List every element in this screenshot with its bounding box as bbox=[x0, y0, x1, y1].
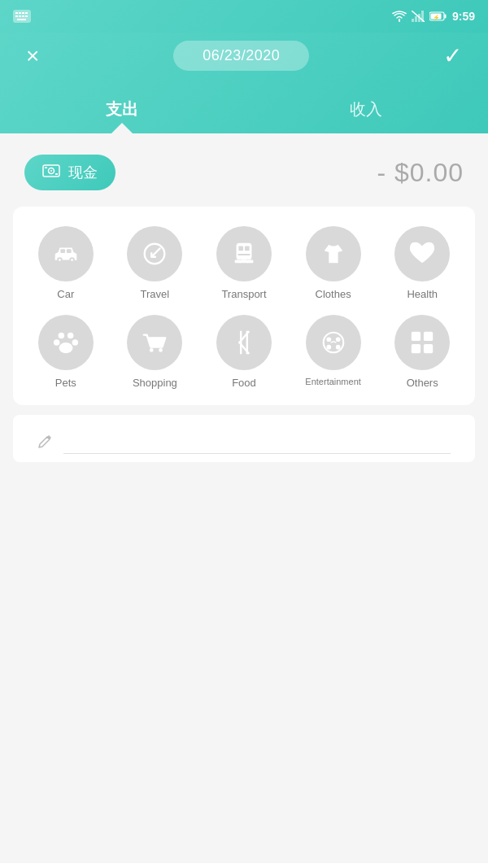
status-bar-left bbox=[13, 10, 31, 23]
others-icon-circle bbox=[394, 315, 450, 370]
amount-row: 现金 - $0.00 bbox=[0, 133, 488, 207]
amount-prefix: - $ bbox=[377, 158, 409, 187]
svg-rect-28 bbox=[60, 249, 65, 253]
main-content: 现金 - $0.00 bbox=[0, 133, 488, 863]
battery-icon: ⚡ bbox=[429, 11, 447, 21]
clothes-icon bbox=[320, 240, 347, 268]
food-icon-circle bbox=[216, 315, 272, 370]
category-car[interactable]: Car bbox=[21, 226, 111, 300]
amount-display: - $0.00 bbox=[377, 158, 464, 188]
category-clothes[interactable]: Clothes bbox=[289, 226, 378, 300]
svg-rect-29 bbox=[67, 249, 72, 253]
health-icon bbox=[408, 240, 436, 268]
svg-rect-8 bbox=[25, 15, 28, 17]
svg-point-52 bbox=[326, 345, 331, 350]
svg-point-49 bbox=[323, 333, 343, 353]
svg-point-51 bbox=[335, 337, 340, 342]
svg-rect-6 bbox=[19, 15, 21, 17]
svg-rect-4 bbox=[25, 12, 28, 14]
svg-point-53 bbox=[335, 345, 340, 350]
svg-rect-54 bbox=[412, 332, 420, 341]
wifi-icon bbox=[392, 11, 407, 22]
note-input-line[interactable] bbox=[63, 431, 451, 454]
tab-bar: 支出 收入 bbox=[0, 87, 488, 133]
category-health[interactable]: Health bbox=[377, 226, 467, 300]
svg-rect-5 bbox=[15, 15, 18, 17]
svg-point-44 bbox=[159, 348, 163, 352]
category-others[interactable]: Others bbox=[377, 315, 467, 389]
svg-rect-16 bbox=[444, 15, 446, 19]
edit-icon bbox=[37, 433, 54, 453]
header: × 06/23/2020 ✓ 支出 收入 bbox=[0, 33, 488, 133]
bottom-area bbox=[0, 462, 488, 787]
svg-point-21 bbox=[50, 170, 52, 172]
category-shopping[interactable]: Shopping bbox=[111, 315, 200, 389]
travel-icon-circle bbox=[127, 226, 182, 281]
pets-icon-circle bbox=[38, 315, 94, 370]
category-section: Car Travel bbox=[13, 207, 475, 405]
svg-rect-56 bbox=[412, 344, 420, 353]
category-pets[interactable]: Pets bbox=[21, 315, 111, 389]
pencil-icon bbox=[37, 433, 54, 449]
category-grid: Car Travel bbox=[21, 226, 467, 389]
tab-income[interactable]: 收入 bbox=[244, 87, 488, 133]
svg-rect-11 bbox=[415, 16, 417, 22]
svg-rect-34 bbox=[237, 254, 250, 255]
travel-label: Travel bbox=[141, 288, 170, 300]
shopping-label: Shopping bbox=[133, 377, 177, 389]
entertainment-icon-circle bbox=[306, 315, 361, 370]
svg-rect-2 bbox=[19, 12, 21, 14]
car-label: Car bbox=[57, 288, 74, 300]
svg-rect-37 bbox=[235, 260, 254, 264]
svg-point-42 bbox=[59, 342, 72, 353]
confirm-button[interactable]: ✓ bbox=[443, 45, 462, 68]
transport-label: Transport bbox=[221, 288, 266, 300]
shopping-icon bbox=[141, 329, 168, 356]
svg-point-27 bbox=[71, 259, 73, 261]
travel-icon bbox=[141, 240, 168, 268]
payment-label: 现金 bbox=[68, 163, 98, 182]
payment-method-button[interactable]: 现金 bbox=[24, 155, 115, 190]
signal-icon bbox=[412, 11, 425, 22]
transport-icon-circle bbox=[216, 226, 272, 281]
svg-point-25 bbox=[59, 259, 61, 261]
category-transport[interactable]: Transport bbox=[199, 226, 289, 300]
status-bar: ⚡ 9:59 bbox=[0, 0, 488, 33]
others-label: Others bbox=[407, 377, 438, 389]
amount-value: 0.00 bbox=[410, 158, 464, 187]
svg-rect-7 bbox=[22, 15, 24, 17]
food-label: Food bbox=[232, 377, 256, 389]
status-bar-right: ⚡ 9:59 bbox=[392, 10, 475, 23]
svg-rect-32 bbox=[238, 246, 243, 251]
entertainment-icon bbox=[320, 329, 347, 356]
svg-point-43 bbox=[150, 348, 154, 352]
shopping-icon-circle bbox=[127, 315, 182, 370]
clothes-icon-circle bbox=[306, 226, 361, 281]
category-travel[interactable]: Travel bbox=[111, 226, 200, 300]
keyboard-icon bbox=[13, 10, 31, 23]
cash-icon bbox=[42, 164, 60, 182]
health-icon-circle bbox=[394, 226, 450, 281]
transport-icon bbox=[230, 240, 258, 268]
tab-expense[interactable]: 支出 bbox=[0, 87, 244, 133]
entertainment-label: Entertainment bbox=[305, 377, 360, 386]
svg-rect-1 bbox=[15, 12, 18, 14]
svg-point-50 bbox=[326, 337, 331, 342]
svg-point-41 bbox=[72, 339, 78, 346]
svg-rect-57 bbox=[424, 344, 433, 353]
header-top: × 06/23/2020 ✓ bbox=[0, 41, 488, 71]
car-icon-circle bbox=[38, 226, 94, 281]
car-icon bbox=[52, 240, 80, 268]
category-food[interactable]: Food bbox=[199, 315, 289, 389]
close-button[interactable]: × bbox=[26, 45, 39, 68]
svg-rect-33 bbox=[245, 246, 250, 251]
others-icon bbox=[408, 329, 436, 356]
svg-text:⚡: ⚡ bbox=[433, 14, 440, 21]
clothes-label: Clothes bbox=[316, 288, 351, 300]
svg-rect-3 bbox=[22, 12, 24, 14]
svg-point-40 bbox=[54, 339, 60, 346]
date-display[interactable]: 06/23/2020 bbox=[173, 41, 309, 71]
svg-rect-22 bbox=[45, 167, 47, 168]
svg-point-39 bbox=[68, 333, 74, 339]
category-entertainment[interactable]: Entertainment bbox=[289, 315, 378, 389]
